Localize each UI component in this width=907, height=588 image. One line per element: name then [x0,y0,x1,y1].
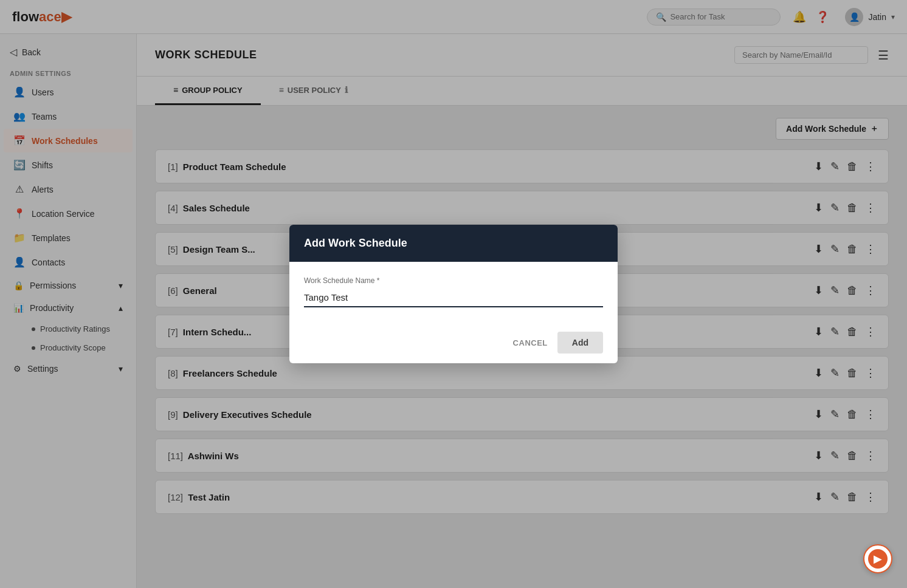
add-work-schedule-modal: Add Work Schedule Work Schedule Name * C… [289,225,618,363]
floatie-button[interactable]: ▶ [863,544,892,573]
cancel-button[interactable]: CANCEL [513,338,548,347]
add-button[interactable]: Add [557,332,603,354]
modal-overlay[interactable]: Add Work Schedule Work Schedule Name * C… [0,0,907,588]
modal-footer: CANCEL Add [289,322,618,363]
work-schedule-name-label: Work Schedule Name * [304,276,603,285]
modal-body: Work Schedule Name * [289,262,618,322]
modal-header: Add Work Schedule [289,225,618,262]
modal-title: Add Work Schedule [304,237,407,249]
floatie-inner: ▶ [868,549,888,569]
work-schedule-name-input[interactable] [304,289,603,307]
